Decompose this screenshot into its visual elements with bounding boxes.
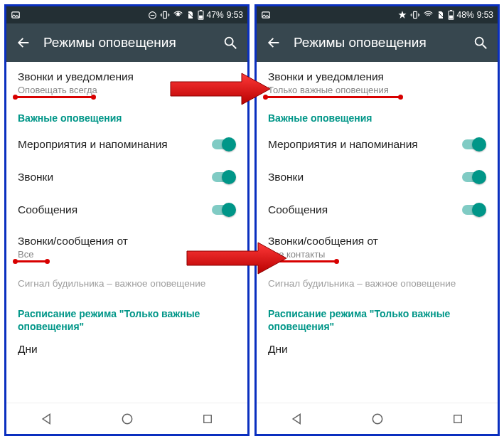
phone-screenshot-left: 47% 9:53 Режимы оповещения Звонки и увед…	[4, 4, 250, 436]
nav-home-button[interactable]	[117, 409, 137, 429]
days-item[interactable]: Дни	[18, 337, 236, 363]
calls-toggle[interactable]	[461, 170, 486, 184]
item-subtitle: Все контакты	[268, 249, 486, 260]
calls-notifications-item[interactable]: Звонки и уведомления Только важные опове…	[268, 62, 486, 102]
picture-icon	[261, 10, 271, 20]
svg-rect-11	[203, 415, 211, 423]
star-icon	[397, 10, 407, 20]
calls-messages-from-item[interactable]: Звонки/сообщения от Все контакты	[268, 226, 486, 267]
calls-row[interactable]: Звонки	[268, 161, 486, 193]
item-title: Дни	[18, 343, 236, 356]
annotation-arrow-top	[167, 71, 274, 107]
events-toggle[interactable]	[461, 137, 486, 152]
messages-row[interactable]: Сообщения	[268, 193, 486, 226]
nav-back-button[interactable]	[37, 409, 57, 429]
svg-rect-17	[449, 16, 453, 19]
nav-recents-button[interactable]	[448, 409, 468, 429]
navbar	[257, 403, 498, 434]
content: Звонки и уведомления Оповещать всегда Ва…	[6, 62, 247, 363]
battery-text: 47%	[207, 10, 224, 20]
wifi-icon	[423, 10, 434, 20]
messages-toggle[interactable]	[461, 203, 486, 217]
nav-home-button[interactable]	[368, 409, 387, 429]
wifi-icon	[173, 10, 183, 20]
svg-rect-21	[454, 415, 461, 423]
row-label: Сообщения	[268, 203, 461, 216]
messages-toggle[interactable]	[210, 203, 236, 217]
section-important: Важные оповещения	[268, 102, 486, 128]
svg-rect-2	[150, 14, 154, 15]
row-label: Мероприятия и напоминания	[268, 138, 461, 151]
no-sim-icon	[436, 10, 445, 20]
section-schedule: Расписание режима "Только важные оповеще…	[268, 297, 486, 337]
clock-text: 9:53	[227, 10, 243, 20]
statusbar: 47% 9:53	[6, 6, 247, 23]
clock-text: 9:53	[477, 10, 493, 20]
search-button[interactable]	[220, 35, 240, 51]
search-button[interactable]	[471, 35, 490, 51]
svg-point-20	[372, 414, 382, 423]
svg-rect-13	[413, 11, 417, 18]
back-button[interactable]	[264, 35, 284, 51]
svg-line-9	[232, 45, 237, 49]
svg-point-10	[122, 414, 132, 423]
battery-text: 48%	[457, 10, 474, 20]
dnd-icon	[148, 11, 157, 20]
svg-rect-6	[200, 10, 202, 11]
svg-point-18	[476, 38, 483, 46]
appbar: Режимы оповещения	[257, 23, 498, 62]
item-title: Звонки и уведомления	[268, 70, 486, 83]
vibrate-icon	[160, 10, 170, 20]
item-title: Дни	[268, 343, 486, 356]
no-sim-icon	[186, 10, 195, 20]
navbar	[6, 403, 247, 434]
content: Звонки и уведомления Только важные опове…	[257, 62, 498, 363]
appbar-title: Режимы оповещения	[43, 35, 176, 51]
annotation-arrow-bottom	[183, 240, 290, 276]
svg-point-8	[225, 38, 233, 46]
appbar: Режимы оповещения	[6, 23, 247, 62]
appbar-title: Режимы оповещения	[294, 35, 427, 51]
phone-screenshot-right: 48% 9:53 Режимы оповещения Звонки и увед…	[254, 4, 500, 436]
events-row[interactable]: Мероприятия и напоминания	[18, 128, 236, 161]
highlight-underline	[15, 260, 48, 262]
picture-icon	[11, 10, 21, 20]
nav-recents-button[interactable]	[198, 409, 218, 429]
svg-line-19	[483, 45, 487, 49]
item-title: Звонки/сообщения от	[268, 235, 486, 248]
calls-row[interactable]: Звонки	[18, 161, 236, 193]
calls-toggle[interactable]	[210, 170, 236, 184]
statusbar: 48% 9:53	[257, 6, 498, 23]
highlight-underline	[265, 96, 401, 98]
row-label: Звонки	[18, 171, 210, 184]
nav-back-button[interactable]	[287, 409, 307, 429]
battery-icon	[448, 10, 454, 20]
row-label: Мероприятия и напоминания	[18, 138, 210, 151]
svg-rect-16	[450, 10, 452, 11]
alarm-hint: Сигнал будильника – важное оповещение	[268, 267, 486, 297]
events-toggle[interactable]	[210, 137, 236, 152]
battery-icon	[198, 10, 204, 20]
svg-rect-3	[163, 11, 166, 18]
highlight-underline	[15, 96, 94, 98]
messages-row[interactable]: Сообщения	[18, 193, 236, 226]
svg-rect-7	[199, 16, 203, 19]
events-row[interactable]: Мероприятия и напоминания	[268, 128, 486, 161]
days-item[interactable]: Дни	[268, 337, 486, 363]
row-label: Звонки	[268, 171, 461, 184]
section-schedule: Расписание режима "Только важные оповеще…	[18, 297, 236, 337]
row-label: Сообщения	[18, 203, 210, 216]
vibrate-icon	[410, 10, 420, 20]
back-button[interactable]	[14, 35, 33, 51]
item-subtitle: Только важные оповещения	[268, 85, 486, 95]
